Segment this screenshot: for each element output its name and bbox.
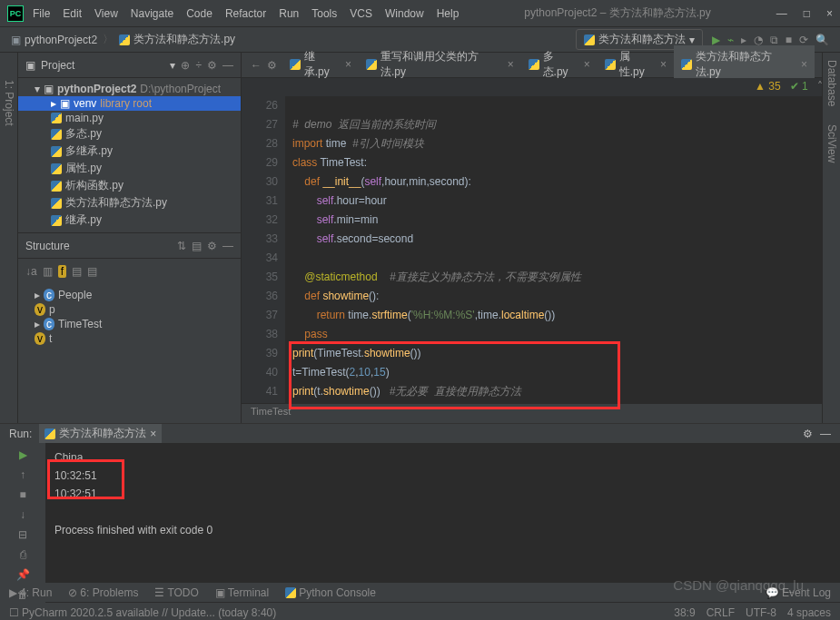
status-eol[interactable]: CRLF bbox=[707, 606, 735, 619]
tab-sciview[interactable]: SciView bbox=[825, 124, 838, 162]
tab-label: 属性.py bbox=[619, 49, 655, 80]
project-tree: ▾ ▣ pythonProject2 D:\pythonProject ▸ ▣ … bbox=[18, 78, 241, 232]
code-editor[interactable]: 26272829303132333435363738394041 # demo … bbox=[242, 96, 840, 403]
run-title: Run: bbox=[9, 428, 32, 440]
sort-alpha-icon[interactable]: ↓a bbox=[25, 265, 37, 278]
status-indent[interactable]: 4 spaces bbox=[787, 606, 831, 619]
menu-refactor[interactable]: Refactor bbox=[225, 7, 266, 20]
python-icon bbox=[51, 113, 62, 123]
minimize-button[interactable]: — bbox=[776, 7, 787, 20]
gear-icon[interactable]: ⚙ bbox=[267, 59, 277, 72]
warnings-count[interactable]: ▲ 35 bbox=[755, 80, 781, 94]
back-icon[interactable]: ← bbox=[251, 59, 262, 72]
line-gutter: 26272829303132333435363738394041 bbox=[242, 96, 285, 403]
breadcrumb-file[interactable]: 类方法和静态方法.py bbox=[133, 32, 235, 47]
run-button[interactable]: ▶ bbox=[712, 34, 720, 46]
structure-item[interactable]: v p bbox=[18, 302, 241, 317]
class-icon: c bbox=[44, 318, 54, 330]
show2-icon[interactable]: ▤ bbox=[87, 265, 97, 278]
venv-name: venv bbox=[74, 97, 96, 110]
menu-help[interactable]: Help bbox=[437, 7, 460, 20]
structure-item[interactable]: ▸ c TimeTest bbox=[18, 317, 241, 331]
status-encoding[interactable]: UTF-8 bbox=[746, 606, 776, 619]
close-icon[interactable]: × bbox=[150, 428, 156, 440]
menu-run[interactable]: Run bbox=[279, 7, 299, 20]
menu-vcs[interactable]: VCS bbox=[350, 7, 372, 20]
close-icon[interactable]: × bbox=[801, 58, 807, 71]
tree-venv[interactable]: ▸ ▣ venv library root bbox=[18, 96, 241, 111]
layout-icon[interactable]: ⊟ bbox=[18, 528, 27, 541]
tree-file[interactable]: 多态.py bbox=[18, 125, 241, 143]
search-button[interactable]: 🔍 bbox=[815, 34, 829, 46]
tab-project-side[interactable]: 1: Project bbox=[3, 80, 15, 126]
filter-icon[interactable]: ▥ bbox=[43, 265, 53, 278]
code-body[interactable]: # demo 返回当前的系统时间import time #引入时间模块class… bbox=[285, 96, 840, 403]
chevron-down-icon[interactable]: ▾ bbox=[170, 59, 175, 72]
structure-item[interactable]: ▸ c People bbox=[18, 288, 241, 302]
close-icon[interactable]: × bbox=[345, 58, 351, 71]
tree-root[interactable]: ▾ ▣ pythonProject2 D:\pythonProject bbox=[18, 82, 241, 96]
chevron-right-icon: 〉 bbox=[103, 32, 114, 47]
menu-file[interactable]: File bbox=[33, 7, 50, 20]
stop-button[interactable]: ■ bbox=[786, 34, 792, 46]
maximize-button[interactable]: □ bbox=[804, 7, 810, 20]
left-panel: ▣ Project ▾ ⊕ ÷ ⚙ — ▾ ▣ pythonProject2 D… bbox=[18, 53, 242, 423]
print-icon[interactable]: ⎙ bbox=[20, 548, 26, 561]
pin-icon[interactable]: 📌 bbox=[16, 568, 30, 581]
down-icon[interactable]: ↓ bbox=[20, 508, 25, 521]
target-icon[interactable]: ⊕ bbox=[181, 59, 190, 72]
main-area: 1: Project ▣ Project ▾ ⊕ ÷ ⚙ — ▾ ▣ pytho… bbox=[0, 53, 840, 423]
hide-icon[interactable]: — bbox=[820, 428, 831, 440]
python-icon bbox=[44, 428, 55, 439]
menu-navigate[interactable]: Navigate bbox=[131, 7, 173, 20]
stop-button[interactable]: ■ bbox=[19, 488, 25, 501]
coverage-button[interactable]: ▸ bbox=[741, 34, 746, 46]
hide-icon[interactable]: — bbox=[222, 59, 233, 72]
status-message[interactable]: PyCharm 2020.2.5 available // Update... … bbox=[22, 606, 276, 619]
menu-tools[interactable]: Tools bbox=[311, 7, 337, 20]
tab-database[interactable]: Database bbox=[825, 60, 838, 106]
show-icon[interactable]: ▤ bbox=[72, 265, 82, 278]
tree-file[interactable]: 属性.py bbox=[18, 160, 241, 177]
status-notify-icon[interactable]: ☐ bbox=[9, 606, 19, 619]
f-icon[interactable]: f bbox=[58, 265, 66, 278]
tree-file[interactable]: 类方法和静态方法.py bbox=[18, 194, 241, 212]
gear-icon[interactable]: ⚙ bbox=[207, 240, 217, 252]
var-icon: v bbox=[35, 332, 45, 345]
update-button[interactable]: ⟳ bbox=[799, 34, 808, 46]
collapse-icon[interactable]: ÷ bbox=[195, 59, 202, 72]
tree-file[interactable]: 多继承.py bbox=[18, 143, 241, 160]
close-icon[interactable]: × bbox=[508, 58, 514, 71]
item-label: TimeTest bbox=[58, 318, 102, 330]
tree-file[interactable]: 继承.py bbox=[18, 212, 241, 229]
hide-icon[interactable]: — bbox=[222, 240, 233, 252]
ok-count[interactable]: ✔ 1 bbox=[790, 80, 808, 94]
app-logo: PC bbox=[7, 5, 24, 22]
gear-icon[interactable]: ⚙ bbox=[803, 428, 813, 440]
status-position[interactable]: 38:9 bbox=[674, 606, 695, 619]
breadcrumb-project[interactable]: pythonProject2 bbox=[25, 34, 97, 46]
close-button[interactable]: × bbox=[826, 7, 833, 20]
structure-item[interactable]: v t bbox=[18, 331, 241, 346]
rerun-button[interactable]: ▶ bbox=[19, 448, 27, 461]
attach-button[interactable]: ⧉ bbox=[770, 34, 778, 46]
chevron-down-icon: ▾ bbox=[689, 34, 695, 46]
tree-file[interactable]: main.py bbox=[18, 111, 241, 125]
close-icon[interactable]: × bbox=[584, 58, 590, 71]
profile-button[interactable]: ◔ bbox=[754, 34, 763, 46]
debug-button[interactable]: ⌁ bbox=[727, 34, 734, 46]
gear-icon[interactable]: ⚙ bbox=[207, 59, 217, 72]
code-breadcrumb[interactable]: TimeTest bbox=[242, 403, 840, 423]
up-icon[interactable]: ↑ bbox=[20, 468, 25, 481]
menu-code[interactable]: Code bbox=[186, 7, 212, 20]
menu-edit[interactable]: Edit bbox=[63, 7, 82, 20]
sort-icon[interactable]: ⇅ bbox=[177, 240, 186, 252]
file-name: 继承.py bbox=[65, 212, 102, 228]
file-name: 多继承.py bbox=[65, 143, 113, 159]
expand-icon[interactable]: ▤ bbox=[192, 240, 202, 252]
close-icon[interactable]: × bbox=[660, 58, 667, 71]
run-tab[interactable]: 类方法和静态方法 × bbox=[39, 424, 162, 443]
menu-window[interactable]: Window bbox=[385, 7, 424, 20]
tree-file[interactable]: 析构函数.py bbox=[18, 177, 241, 194]
menu-view[interactable]: View bbox=[94, 7, 118, 20]
